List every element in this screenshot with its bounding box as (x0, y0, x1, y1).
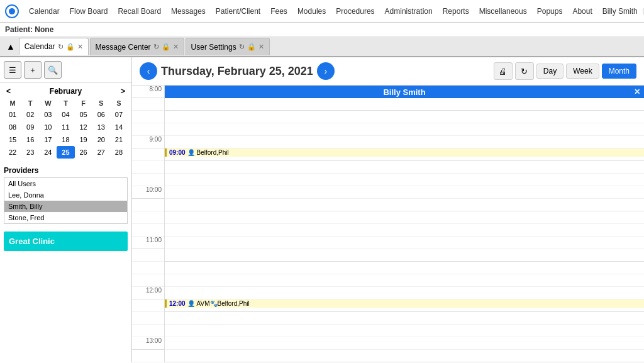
event-row (165, 350, 644, 362)
nav-messages[interactable]: Messages (166, 0, 211, 23)
day-view-button[interactable]: Day (536, 64, 564, 79)
mini-cal-day[interactable]: 24 (39, 146, 57, 159)
provider-smith-billy[interactable]: Smith, Billy (4, 201, 127, 212)
mini-cal-day[interactable]: 22 (4, 146, 21, 159)
refresh-button[interactable]: ↻ (515, 62, 534, 80)
mini-cal-day[interactable]: 10 (39, 121, 57, 133)
add-button[interactable]: + (24, 61, 42, 79)
providers-section: Providers All Users Lee, Donna Smith, Bi… (0, 162, 131, 228)
tab-calendar[interactable]: Calendar ↻ 🔒 ✕ (19, 38, 89, 55)
time-slot: 9:00 (132, 136, 164, 148)
month-view-button[interactable]: Month (602, 64, 636, 79)
event-row (165, 312, 644, 325)
menu-button[interactable]: ☰ (4, 61, 21, 79)
tab-us-close[interactable]: ✕ (258, 43, 264, 51)
tab-calendar-lock-icon: 🔒 (66, 43, 75, 51)
mini-cal-day[interactable]: 04 (57, 108, 74, 121)
mini-cal-day[interactable]: 23 (21, 146, 39, 159)
tab-user-settings[interactable]: User Settings ↻ 🔒 ✕ (186, 38, 270, 55)
prev-day-button[interactable]: ‹ (140, 62, 157, 80)
next-day-button[interactable]: › (317, 62, 335, 80)
mini-cal-day[interactable]: 21 (110, 133, 128, 146)
event-block[interactable]: 12:00👤AVM🐾Belford,Phil (165, 299, 644, 308)
mini-cal-day[interactable]: 28 (110, 146, 128, 159)
nav-flowboard[interactable]: Flow Board (65, 0, 113, 23)
event-row (165, 337, 644, 350)
nav-fees[interactable]: Fees (265, 0, 292, 23)
time-slot (132, 211, 164, 224)
event-row (165, 186, 644, 199)
cal-header-w: W (39, 98, 57, 108)
nav-administration[interactable]: Administration (380, 0, 438, 23)
mini-cal-day[interactable]: 25 (57, 146, 74, 159)
time-slot: 13:00 (132, 337, 164, 350)
tab-us-refresh-icon[interactable]: ↻ (239, 43, 245, 51)
mini-cal-day[interactable]: 26 (75, 146, 92, 159)
provider-header-close[interactable]: ✕ (634, 87, 640, 96)
time-slot (132, 174, 164, 186)
mini-cal-day[interactable]: 17 (39, 133, 57, 146)
mini-cal-day[interactable]: 02 (21, 108, 39, 121)
event-time: 09:00 (169, 149, 186, 156)
nav-user[interactable]: Billy Smith (597, 0, 643, 23)
tab-calendar-refresh-icon[interactable]: ↻ (58, 43, 64, 51)
event-row (165, 211, 644, 224)
nav-calendar[interactable]: Calendar (24, 0, 65, 23)
provider-all-users[interactable]: All Users (4, 178, 127, 189)
nav-patientclient[interactable]: Patient/Client (211, 0, 265, 23)
cal-header-t2: T (57, 98, 74, 108)
sidebar: ☰ + 🔍 < February > M T W T F S (0, 57, 132, 362)
nav-miscellaneous[interactable]: Miscellaneous (474, 0, 532, 23)
event-row (165, 274, 644, 287)
mini-cal-day[interactable]: 03 (39, 108, 57, 121)
mini-cal-day[interactable]: 09 (21, 121, 39, 133)
mini-cal-day[interactable]: 15 (4, 133, 21, 146)
nav-modules[interactable]: Modules (292, 0, 331, 23)
mini-cal-day[interactable]: 19 (75, 133, 92, 146)
mini-cal-day[interactable]: 18 (57, 133, 74, 146)
provider-list: All Users Lee, Donna Smith, Billy Stone,… (4, 177, 128, 224)
nav-reports[interactable]: Reports (438, 0, 474, 23)
mini-cal-day[interactable]: 13 (92, 121, 110, 133)
tab-mc-refresh-icon[interactable]: ↻ (153, 43, 159, 51)
time-slot: 8:00 (132, 86, 164, 98)
providers-title: Providers (4, 166, 128, 175)
calendar-toolbar-right: 🖨 ↻ Day Week Month (494, 62, 636, 80)
provider-lee-donna[interactable]: Lee, Donna (4, 189, 127, 201)
provider-stone-fred[interactable]: Stone, Fred (4, 212, 127, 223)
mini-cal-day[interactable]: 12 (75, 121, 92, 133)
clinic-label[interactable]: Great Clinic (4, 232, 128, 251)
event-row (165, 325, 644, 337)
nav-popups[interactable]: Popups (532, 0, 568, 23)
nav-procedures[interactable]: Procedures (331, 0, 379, 23)
time-slot (132, 98, 164, 111)
mini-cal-day[interactable]: 06 (92, 108, 110, 121)
mini-cal-day[interactable]: 16 (21, 133, 39, 146)
mini-cal-day[interactable]: 07 (110, 108, 128, 121)
mini-cal-day[interactable]: 14 (110, 121, 128, 133)
prev-month-button[interactable]: < (4, 87, 13, 96)
tab-message-center[interactable]: Message Center ↻ 🔒 ✕ (90, 38, 184, 55)
mini-cal-day[interactable]: 11 (57, 121, 74, 133)
nav-recallboard[interactable]: Recall Board (113, 0, 166, 23)
time-slot (132, 350, 164, 362)
mini-cal-day[interactable]: 01 (4, 108, 21, 121)
tab-scroll-left[interactable]: ▲ (3, 39, 19, 54)
app-logo[interactable] (5, 4, 19, 18)
cal-header-s1: S (92, 98, 110, 108)
next-month-button[interactable]: > (118, 87, 128, 96)
mini-cal-day[interactable]: 27 (92, 146, 110, 159)
event-block[interactable]: 09:00👤Belford,Phil (165, 148, 644, 157)
nav-about[interactable]: About (567, 0, 597, 23)
mini-cal-day[interactable]: 20 (92, 133, 110, 146)
tab-mc-close[interactable]: ✕ (173, 43, 179, 51)
search-button[interactable]: 🔍 (44, 61, 62, 79)
mini-cal-day[interactable]: 08 (4, 121, 21, 133)
print-button[interactable]: 🖨 (494, 62, 513, 80)
mini-cal-day[interactable]: 05 (75, 108, 92, 121)
week-view-button[interactable]: Week (566, 64, 599, 79)
cal-header-s2: S (110, 98, 128, 108)
tab-mc-lock-icon: 🔒 (162, 43, 170, 51)
tab-calendar-close[interactable]: ✕ (77, 43, 83, 51)
event-time: 12:00 (169, 300, 186, 307)
